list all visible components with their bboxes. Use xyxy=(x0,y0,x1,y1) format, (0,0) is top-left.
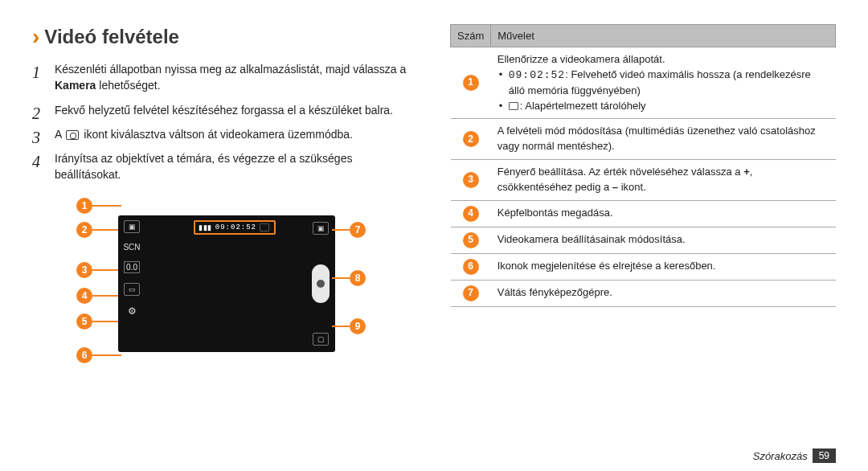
settings-icon xyxy=(128,305,137,317)
preview-left-toolbar: ▣ SCN 0.0 ▭ xyxy=(118,215,145,352)
scn-icon: SCN xyxy=(123,243,140,252)
steps-list: Készenléti állapotban nyissa meg az alka… xyxy=(32,61,418,183)
row-badge: 5 xyxy=(463,232,479,248)
page-footer: Szórakozás 59 xyxy=(32,448,836,463)
callout-8: 8 xyxy=(350,270,366,286)
exposure-icon: 0.0 xyxy=(124,261,140,273)
row-text: Váltás fényképezőgépre. xyxy=(491,280,836,306)
heading-chevron-icon: › xyxy=(32,24,39,50)
status-bar: ▮▮▮ 09:02:52 xyxy=(194,220,276,235)
row-number: 7 xyxy=(451,280,491,306)
record-button xyxy=(312,264,330,303)
row-badge: 6 xyxy=(463,259,479,275)
callout-4: 4 xyxy=(76,288,92,304)
callout-3: 3 xyxy=(76,262,92,278)
table-row: 3Fényerő beállítása. Az érték növeléséhe… xyxy=(451,160,836,201)
row-text: Ikonok megjelenítése és elrejtése a kere… xyxy=(491,253,836,280)
row-badge: 7 xyxy=(463,285,479,301)
row-text: A felvételi mód módosítása (multimédiás … xyxy=(491,119,836,160)
storage-card-icon xyxy=(509,102,518,110)
row-number: 4 xyxy=(451,200,491,227)
row-text: Ellenőrizze a videokamera állapotát.09:0… xyxy=(491,47,836,119)
section-heading: › Videó felvétele xyxy=(32,24,418,50)
operations-table: Szám Művelet 1Ellenőrizze a videokamera … xyxy=(450,24,836,307)
step-2: Fekvő helyzetű felvétel készítéséhez for… xyxy=(32,102,418,118)
time-code: 09:02:52 xyxy=(509,69,565,81)
preview-main: ▮▮▮ 09:02:52 xyxy=(145,215,306,352)
th-operation: Művelet xyxy=(491,25,836,47)
switch-to-photo-icon: ▣ xyxy=(313,222,329,235)
callout-6: 6 xyxy=(76,347,92,363)
battery-icon: ▮▮▮ xyxy=(199,223,212,231)
camera-preview: ▣ SCN 0.0 ▭ ▮▮▮ 09:02:52 ▣ ▢ xyxy=(118,215,335,352)
page-number: 59 xyxy=(813,448,836,463)
table-row: 6Ikonok megjelenítése és elrejtése a ker… xyxy=(451,253,836,280)
step-1: Készenléti állapotban nyissa meg az alka… xyxy=(32,61,418,94)
rec-time: 09:02:52 xyxy=(215,223,256,231)
row-number: 2 xyxy=(451,119,491,160)
step-4: Irányítsa az objektívet a témára, és vég… xyxy=(32,150,418,183)
callout-2: 2 xyxy=(76,222,92,238)
heading-text: Videó felvétele xyxy=(44,26,179,48)
callout-9: 9 xyxy=(350,318,366,334)
table-row: 5Videokamera beállításainak módosítása. xyxy=(451,227,836,253)
row-badge: 4 xyxy=(463,206,479,222)
row-text: Képfelbontás megadása. xyxy=(491,200,836,227)
preview-right-toolbar: ▣ ▢ xyxy=(306,215,335,352)
camera-icon xyxy=(66,130,79,140)
table-row: 2A felvételi mód módosítása (multimédiás… xyxy=(451,119,836,160)
resolution-icon: ▭ xyxy=(124,283,140,296)
row-badge: 3 xyxy=(463,172,479,188)
row-number: 6 xyxy=(451,253,491,280)
table-row: 1Ellenőrizze a videokamera állapotát.09:… xyxy=(451,47,836,119)
table-row: 4Képfelbontás megadása. xyxy=(451,200,836,227)
row-badge: 2 xyxy=(463,131,479,147)
row-number: 1 xyxy=(451,47,491,119)
step-3: A ikont kiválasztva váltson át videokame… xyxy=(32,126,418,142)
callout-5: 5 xyxy=(76,313,92,330)
row-text: Videokamera beállításainak módosítása. xyxy=(491,227,836,253)
row-text: Fényerő beállítása. Az érték növeléséhez… xyxy=(491,160,836,201)
camera-preview-diagram: 1 2 3 4 5 6 ▣ SCN 0.0 ▭ xyxy=(76,198,374,371)
gallery-icon: ▢ xyxy=(313,333,329,346)
storage-icon xyxy=(260,223,269,231)
section-name: Szórakozás xyxy=(753,450,808,462)
table-row: 7Váltás fényképezőgépre. xyxy=(451,280,836,306)
callout-1: 1 xyxy=(76,198,92,214)
row-badge: 1 xyxy=(463,75,479,91)
mode-icon: ▣ xyxy=(124,220,140,233)
row-number: 5 xyxy=(451,227,491,253)
callout-7: 7 xyxy=(350,222,366,238)
row-number: 3 xyxy=(451,160,491,201)
th-number: Szám xyxy=(451,25,491,47)
